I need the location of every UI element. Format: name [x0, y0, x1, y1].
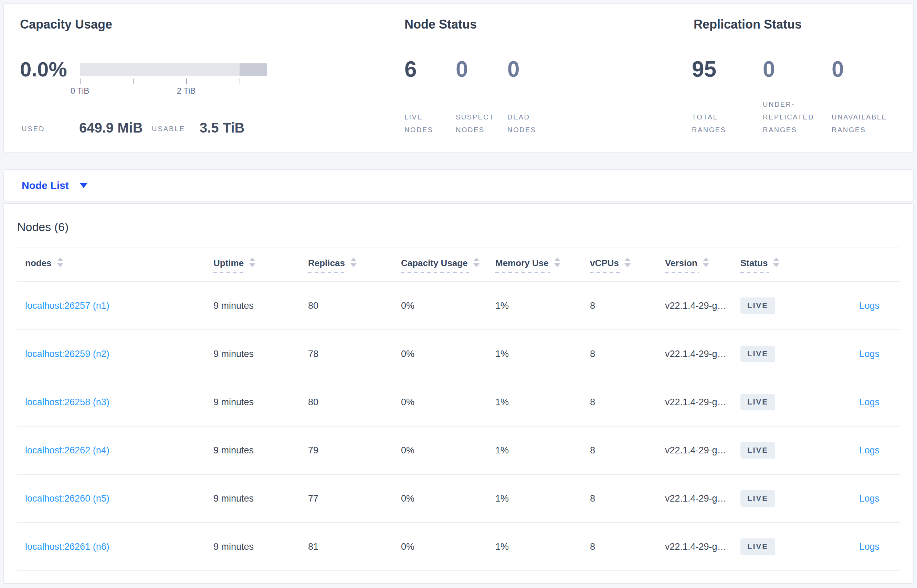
sort-icon	[473, 257, 479, 267]
logs-link[interactable]: Logs	[859, 445, 880, 456]
sort-asc-icon	[554, 257, 560, 261]
table-row: localhost:26258 (n3) 9 minutes 80 0% 1% …	[17, 378, 900, 426]
logs-link[interactable]: Logs	[859, 493, 880, 504]
sort-desc-icon	[773, 263, 779, 267]
node-link[interactable]: localhost:26258 (n3)	[25, 397, 110, 407]
table-row: localhost:26261 (n6) 9 minutes 81 0% 1% …	[17, 523, 900, 571]
status-badge: LIVE	[740, 394, 775, 410]
memory-use-cell: 1%	[495, 300, 590, 311]
metric-value: 95	[692, 58, 716, 80]
logs-link[interactable]: Logs	[859, 349, 880, 359]
sort-icon	[57, 257, 63, 267]
metric: 0 UNDER-REPLICATED RANGES	[763, 4, 831, 152]
column-header[interactable]: Version	[665, 258, 740, 273]
metric: 0 UNAVAILABLE RANGES	[831, 4, 911, 152]
column-header[interactable]: Capacity Usage	[401, 258, 495, 273]
replicas-cell: 80	[308, 300, 401, 311]
vcpus-cell: 8	[590, 445, 665, 456]
nodes-table-title: Nodes (6)	[17, 221, 68, 233]
status-badge: LIVE	[740, 346, 775, 362]
capacity-usage-cell: 0%	[401, 348, 495, 359]
replicas-cell: 77	[308, 493, 401, 504]
sort-icon	[350, 257, 357, 267]
column-header[interactable]: vCPUs	[590, 258, 665, 273]
nodes-table: nodes Uptime Replicas	[17, 247, 900, 571]
status-badge: LIVE	[740, 490, 775, 507]
cluster-overview-panel: Capacity Usage 0.0% 0 TiB2 TiB USED 649.…	[3, 3, 914, 152]
table-body: localhost:26257 (n1) 9 minutes 80 0% 1% …	[17, 282, 900, 571]
metric-label: TOTAL RANGES	[692, 111, 744, 136]
vcpus-cell: 8	[590, 300, 665, 311]
sort-icon	[249, 257, 255, 267]
column-header-label: Version	[665, 258, 697, 273]
sort-asc-icon	[773, 257, 779, 261]
uptime-cell: 9 minutes	[213, 397, 308, 408]
node-list-dropdown-label: Node List	[22, 180, 69, 191]
table-row: localhost:26260 (n5) 9 minutes 77 0% 1% …	[17, 475, 900, 523]
uptime-cell: 9 minutes	[213, 541, 308, 552]
sort-icon	[703, 257, 709, 267]
memory-use-cell: 1%	[495, 493, 590, 504]
metric-label: UNAVAILABLE RANGES	[831, 111, 911, 136]
sort-asc-icon	[625, 257, 631, 261]
sort-desc-icon	[57, 263, 63, 267]
column-header-label: nodes	[25, 258, 52, 273]
version-cell: v22.1.4-29-g…	[665, 493, 740, 504]
node-link[interactable]: localhost:26262 (n4)	[25, 445, 110, 456]
uptime-cell: 9 minutes	[213, 300, 308, 311]
metric-value: 0	[763, 58, 775, 80]
logs-link[interactable]: Logs	[859, 300, 880, 311]
capacity-usage-cell: 0%	[401, 397, 495, 408]
table-row: localhost:26259 (n2) 9 minutes 78 0% 1% …	[17, 330, 900, 378]
status-badge: LIVE	[740, 442, 775, 459]
sort-icon	[554, 257, 560, 267]
column-header-label: vCPUs	[590, 258, 619, 273]
node-link[interactable]: localhost:26259 (n2)	[25, 349, 110, 359]
column-header[interactable]: Status	[740, 258, 827, 273]
version-cell: v22.1.4-29-g…	[665, 445, 740, 456]
logs-link[interactable]: Logs	[859, 541, 880, 552]
sort-asc-icon	[473, 257, 479, 261]
sort-desc-icon	[554, 263, 560, 267]
replicas-cell: 80	[308, 397, 401, 408]
sort-icon	[625, 257, 631, 267]
column-header[interactable]: nodes	[25, 258, 213, 273]
node-link[interactable]: localhost:26260 (n5)	[25, 493, 110, 504]
column-header-label: Uptime	[213, 258, 244, 273]
replicas-cell: 81	[308, 541, 401, 552]
version-cell: v22.1.4-29-g…	[665, 300, 740, 311]
vcpus-cell: 8	[590, 541, 665, 552]
logs-link[interactable]: Logs	[859, 397, 880, 407]
table-header-row: nodes Uptime Replicas	[17, 247, 900, 282]
vcpus-cell: 8	[590, 348, 665, 359]
column-header-label: Status	[740, 258, 768, 273]
memory-use-cell: 1%	[495, 541, 590, 552]
metric-value: 0	[831, 58, 844, 80]
node-link[interactable]: localhost:26261 (n6)	[25, 541, 110, 552]
sort-desc-icon	[350, 263, 357, 267]
column-header[interactable]: Memory Use	[495, 258, 590, 273]
sort-desc-icon	[249, 263, 255, 267]
sort-desc-icon	[703, 263, 709, 267]
status-badge: LIVE	[740, 297, 775, 314]
nodes-table-panel: Nodes (6) nodes Uptime Replicas	[3, 203, 914, 584]
status-badge: LIVE	[740, 538, 775, 555]
vcpus-cell: 8	[590, 493, 665, 504]
view-selector-bar: Node List	[3, 170, 914, 201]
sort-icon	[773, 257, 779, 267]
replicas-cell: 79	[308, 445, 401, 456]
column-header[interactable]: Uptime	[213, 258, 308, 273]
memory-use-cell: 1%	[495, 348, 590, 359]
capacity-usage-cell: 0%	[401, 300, 495, 311]
table-row: localhost:26262 (n4) 9 minutes 79 0% 1% …	[17, 426, 900, 475]
sort-asc-icon	[703, 257, 709, 261]
version-cell: v22.1.4-29-g…	[665, 348, 740, 359]
sort-asc-icon	[249, 257, 255, 261]
sort-desc-icon	[473, 263, 479, 267]
table-row: localhost:26257 (n1) 9 minutes 80 0% 1% …	[17, 282, 900, 330]
node-list-dropdown[interactable]: Node List	[22, 180, 87, 191]
node-link[interactable]: localhost:26257 (n1)	[25, 300, 110, 311]
uptime-cell: 9 minutes	[213, 493, 308, 504]
capacity-usage-cell: 0%	[401, 445, 495, 456]
column-header[interactable]: Replicas	[308, 258, 401, 273]
